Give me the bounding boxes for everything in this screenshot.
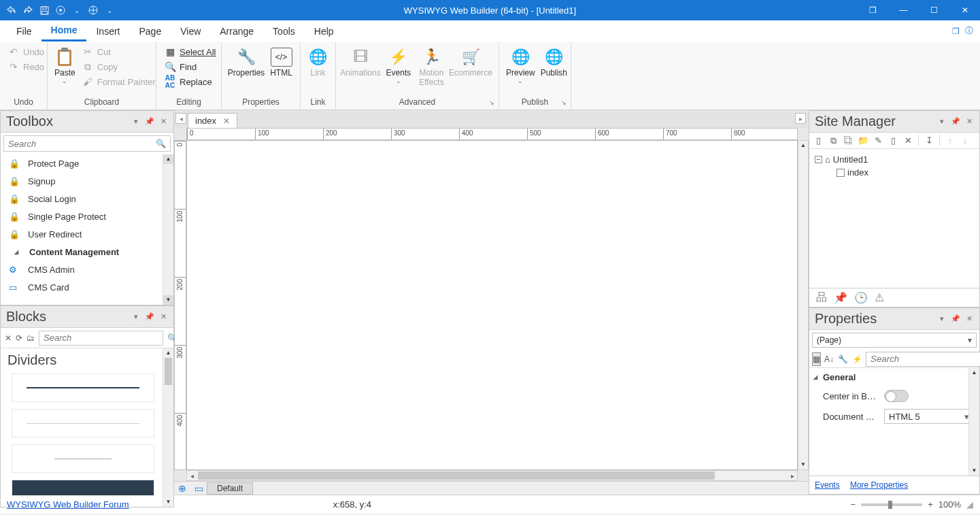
import-page-icon[interactable]: ↧ bbox=[923, 135, 935, 146]
alphabetical-icon[interactable]: A↓ bbox=[824, 352, 834, 366]
search-icon[interactable]: 🔍 bbox=[152, 139, 170, 148]
properties-search-input[interactable] bbox=[866, 352, 980, 367]
panel-menu-icon[interactable]: ▾ bbox=[131, 117, 141, 126]
panel-menu-icon[interactable]: ▾ bbox=[937, 314, 947, 323]
pin-icon[interactable]: 📌 bbox=[145, 117, 154, 126]
html-button[interactable]: </>HTML bbox=[268, 45, 294, 80]
close-panel-icon[interactable]: ✕ bbox=[964, 314, 974, 323]
refresh-icon[interactable]: ⟳ bbox=[16, 333, 22, 343]
settings-icon[interactable]: 🔧 bbox=[837, 352, 849, 366]
blocks-search-input[interactable] bbox=[39, 331, 163, 346]
block-divider-preview[interactable] bbox=[12, 480, 154, 496]
close-panel-icon[interactable]: ✕ bbox=[158, 117, 168, 126]
warning-icon[interactable]: ⚠ bbox=[875, 291, 884, 304]
preview-qat-icon[interactable] bbox=[54, 4, 67, 16]
property-dropdown[interactable]: HTML 5 bbox=[884, 409, 974, 424]
events-icon[interactable]: ⚡ bbox=[851, 352, 863, 366]
horizontal-scrollbar[interactable]: ◂▸ bbox=[186, 470, 798, 481]
toolbox-search-input[interactable] bbox=[4, 139, 152, 149]
tab-nav-left[interactable]: ◂ bbox=[175, 113, 186, 124]
animations-button[interactable]: 🎞Animations bbox=[341, 45, 379, 80]
qat-dropdown-1-icon[interactable]: ⌄ bbox=[71, 4, 83, 16]
property-toggle[interactable] bbox=[884, 390, 909, 402]
more-properties-link[interactable]: More Properties bbox=[850, 480, 908, 490]
tree-node-root[interactable]: − ⌂ Untitled1 bbox=[815, 153, 974, 166]
menu-help[interactable]: Help bbox=[305, 20, 343, 41]
add-breakpoint-icon[interactable]: ⊕ bbox=[174, 483, 190, 494]
menu-page[interactable]: Page bbox=[129, 20, 171, 41]
publish-button[interactable]: 🌐Publish bbox=[539, 45, 569, 80]
publish-qat-icon[interactable] bbox=[87, 4, 99, 16]
menu-arrange[interactable]: Arrange bbox=[210, 20, 263, 41]
sitemap-icon[interactable]: 品 bbox=[816, 290, 827, 305]
pin-icon[interactable]: 📌 bbox=[145, 312, 154, 321]
page-props-icon[interactable]: ▯ bbox=[887, 135, 899, 146]
redo-button[interactable]: ↷Redo bbox=[5, 60, 47, 73]
toolbox-item[interactable]: ▭CMS Card bbox=[1, 278, 173, 296]
close-icon[interactable]: ✕ bbox=[5, 333, 12, 343]
resize-grip-icon[interactable]: ◢ bbox=[966, 499, 973, 510]
tab-close-icon[interactable]: ✕ bbox=[223, 116, 230, 126]
copy-button[interactable]: ⧉Copy bbox=[80, 60, 158, 73]
block-divider-preview[interactable] bbox=[12, 409, 154, 437]
events-link[interactable]: Events bbox=[815, 480, 840, 490]
pin-icon[interactable]: 📌 bbox=[951, 117, 960, 126]
events-button[interactable]: ⚡Events⌄ bbox=[382, 45, 415, 88]
replace-button[interactable]: ABACReplace bbox=[162, 75, 218, 88]
toolbox-item[interactable]: 🔒Social Login bbox=[1, 190, 173, 207]
blocks-scrollbar[interactable]: ▲ ▼ bbox=[163, 348, 173, 507]
panel-menu-icon[interactable]: ▾ bbox=[131, 312, 141, 321]
toolbox-item[interactable]: 🔒Single Page Protect bbox=[1, 207, 173, 225]
breakpoint-tab-default[interactable]: Default bbox=[207, 482, 253, 495]
select-all-button[interactable]: ▦Select All bbox=[162, 45, 218, 59]
block-divider-preview[interactable] bbox=[12, 373, 154, 402]
restore-down-button[interactable]: ❐ bbox=[858, 0, 888, 20]
categorized-icon[interactable]: ▦ bbox=[812, 352, 821, 366]
mdi-restore-icon[interactable]: ❐ bbox=[952, 27, 960, 36]
delete-page-icon[interactable]: ✕ bbox=[902, 135, 914, 146]
move-up-icon[interactable]: ↑ bbox=[944, 135, 956, 146]
zoom-out-button[interactable]: − bbox=[851, 499, 856, 510]
copy-page-icon[interactable]: ⧉ bbox=[827, 135, 839, 146]
design-canvas[interactable] bbox=[186, 140, 798, 470]
maximize-button[interactable]: ☐ bbox=[919, 0, 949, 20]
document-tab[interactable]: index ✕ bbox=[188, 113, 237, 128]
toolbox-item[interactable]: 🔒User Redirect bbox=[1, 225, 173, 243]
properties-context[interactable]: (Page)▾ bbox=[812, 333, 977, 348]
vertical-scrollbar[interactable]: ▲ ▼ bbox=[798, 140, 809, 470]
pin-icon[interactable]: 📌 bbox=[951, 314, 960, 323]
link-button[interactable]: 🌐Link bbox=[306, 45, 330, 80]
preview-button[interactable]: 🌐Preview⌄ bbox=[505, 45, 537, 88]
properties-scrollbar[interactable]: ▲ ▼ bbox=[968, 368, 979, 476]
close-panel-icon[interactable]: ✕ bbox=[964, 117, 974, 126]
toolbox-item[interactable]: 🔒Protect Page bbox=[1, 154, 173, 172]
pin-icon[interactable]: 📌 bbox=[834, 291, 847, 304]
toolbox-category[interactable]: Content Management bbox=[1, 243, 173, 261]
new-folder-icon[interactable]: 📁 bbox=[857, 135, 869, 146]
menu-tools[interactable]: Tools bbox=[263, 20, 305, 41]
panel-menu-icon[interactable]: ▾ bbox=[937, 117, 947, 126]
paste-button[interactable]: Paste⌄ bbox=[53, 45, 77, 88]
close-button[interactable]: ✕ bbox=[949, 0, 980, 20]
ecommerce-button[interactable]: 🛒Ecommerce bbox=[448, 45, 493, 80]
clock-icon[interactable]: 🕒 bbox=[854, 291, 868, 304]
redo-icon[interactable] bbox=[22, 4, 34, 16]
menu-view[interactable]: View bbox=[171, 20, 210, 41]
undo-icon[interactable] bbox=[5, 4, 18, 16]
toolbox-item[interactable]: ⚙CMS Admin bbox=[1, 261, 173, 278]
move-down-icon[interactable]: ↓ bbox=[959, 135, 971, 146]
responsive-icon[interactable]: ▭ bbox=[190, 483, 207, 494]
tree-node-page[interactable]: index bbox=[815, 166, 974, 179]
zoom-slider[interactable] bbox=[861, 503, 922, 506]
format-painter-button[interactable]: 🖌Format Painter bbox=[80, 75, 158, 88]
motion-effects-button[interactable]: 🏃Motion Effects bbox=[418, 45, 445, 90]
properties-button[interactable]: 🔧Properties bbox=[227, 45, 265, 80]
cut-button[interactable]: ✂Cut bbox=[80, 45, 158, 59]
close-panel-icon[interactable]: ✕ bbox=[158, 312, 168, 321]
menu-home[interactable]: Home bbox=[41, 20, 87, 41]
properties-category[interactable]: General bbox=[809, 368, 979, 386]
clone-page-icon[interactable]: ⿻ bbox=[842, 135, 854, 146]
find-button[interactable]: 🔍Find bbox=[162, 60, 218, 73]
folder-tree-icon[interactable]: 🗂 bbox=[27, 333, 35, 343]
edit-page-icon[interactable]: ✎ bbox=[872, 135, 884, 146]
